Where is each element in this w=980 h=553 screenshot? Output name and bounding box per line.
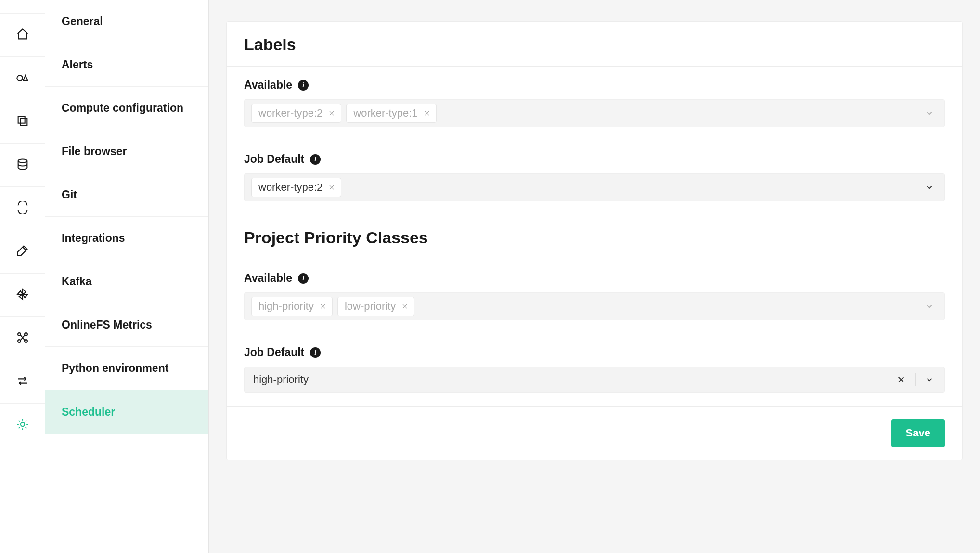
chip-remove-icon[interactable] — [327, 183, 336, 192]
chevron-down-icon[interactable] — [924, 182, 935, 193]
select-controls — [924, 182, 938, 193]
home-icon — [16, 27, 29, 43]
sidebar-item-general[interactable]: General — [45, 0, 208, 43]
sidebar-item-label: Python environment — [62, 362, 168, 375]
chip-label: low-priority — [345, 300, 396, 313]
rail-swap[interactable] — [0, 360, 45, 404]
main-content: Labels Available i worker-type:2 worker-… — [209, 0, 980, 553]
priority-available-label: Available — [244, 272, 292, 285]
chip: low-priority — [337, 297, 414, 316]
labels-section-title: Labels — [227, 22, 962, 67]
chip-label: high-priority — [258, 300, 314, 313]
chevron-down-icon[interactable] — [924, 374, 935, 385]
labels-available-label-row: Available i — [244, 79, 945, 92]
chip: worker-type:2 — [251, 178, 341, 197]
database-icon — [16, 158, 29, 173]
chip-remove-icon[interactable] — [400, 302, 409, 311]
sidebar-item-label: Alerts — [62, 58, 93, 71]
labels-job-default-block: Job Default i worker-type:2 — [227, 141, 962, 215]
sidebar-item-label: Integrations — [62, 232, 125, 245]
rail-pinwheel[interactable] — [0, 274, 45, 317]
sidebar-item-label: Scheduler — [62, 406, 115, 419]
sidebar-item-label: General — [62, 15, 103, 28]
sidebar-item-label: Git — [62, 188, 77, 201]
rail-database[interactable] — [0, 144, 45, 187]
rail-home[interactable] — [0, 13, 45, 57]
sidebar-item-compute-configuration[interactable]: Compute configuration — [45, 87, 208, 130]
shapes-icon — [16, 71, 29, 86]
labels-job-default-label: Job Default — [244, 153, 304, 166]
svg-point-8 — [20, 422, 24, 426]
save-button[interactable]: Save — [891, 419, 945, 447]
labels-job-default-label-row: Job Default i — [244, 153, 945, 166]
priority-job-default-label-row: Job Default i — [244, 346, 945, 359]
rail-axe[interactable] — [0, 230, 45, 274]
labels-available-select[interactable]: worker-type:2 worker-type:1 — [244, 99, 945, 127]
sidebar-item-python-environment[interactable]: Python environment — [45, 347, 208, 390]
sidebar-item-label: File browser — [62, 145, 127, 158]
chip-remove-icon[interactable] — [423, 109, 431, 118]
chip-remove-icon[interactable] — [327, 109, 336, 118]
priority-section-title: Project Priority Classes — [227, 215, 962, 260]
axe-icon — [16, 244, 29, 260]
svg-point-3 — [18, 159, 27, 162]
clear-icon[interactable] — [896, 374, 906, 385]
rail-shapes[interactable] — [0, 57, 45, 100]
labels-available-label: Available — [244, 79, 292, 92]
chevron-down-icon[interactable] — [924, 301, 935, 312]
chip-label: worker-type:2 — [258, 181, 322, 194]
chip: worker-type:1 — [346, 104, 436, 123]
swap-icon — [16, 374, 29, 390]
info-icon[interactable]: i — [298, 80, 309, 91]
sidebar-item-kafka[interactable]: Kafka — [45, 260, 208, 303]
sidebar-item-git[interactable]: Git — [45, 173, 208, 217]
footer-bar: Save — [227, 407, 962, 460]
rail-network[interactable] — [0, 317, 45, 360]
info-icon[interactable]: i — [310, 154, 321, 165]
copy-icon — [16, 114, 29, 130]
chip: high-priority — [251, 297, 333, 316]
select-value: high-priority — [251, 373, 891, 386]
chip-label: worker-type:2 — [258, 107, 322, 119]
chip-label: worker-type:1 — [353, 107, 417, 119]
info-icon[interactable]: i — [310, 347, 321, 358]
sidebar: General Alerts Compute configuration Fil… — [45, 0, 209, 553]
priority-job-default-select[interactable]: high-priority — [244, 367, 945, 393]
sidebar-item-integrations[interactable]: Integrations — [45, 217, 208, 260]
sync-icon — [16, 201, 29, 216]
divider — [915, 373, 916, 386]
labels-available-block: Available i worker-type:2 worker-type:1 — [227, 67, 962, 141]
svg-rect-2 — [20, 118, 27, 125]
settings-card: Labels Available i worker-type:2 worker-… — [226, 21, 963, 460]
sidebar-item-onlinefs-metrics[interactable]: OnlineFS Metrics — [45, 303, 208, 347]
labels-job-default-select[interactable]: worker-type:2 — [244, 173, 945, 201]
rail-sync[interactable] — [0, 187, 45, 230]
sidebar-item-file-browser[interactable]: File browser — [45, 130, 208, 173]
chip: worker-type:2 — [251, 104, 341, 123]
svg-point-0 — [17, 75, 23, 81]
info-icon[interactable]: i — [298, 273, 309, 284]
pinwheel-icon — [16, 288, 29, 303]
chip-wrap: high-priority low-priority — [251, 297, 919, 316]
gear-icon — [16, 418, 29, 433]
sidebar-item-scheduler[interactable]: Scheduler — [45, 390, 208, 434]
select-controls — [924, 108, 938, 118]
chip-wrap: worker-type:2 — [251, 178, 919, 197]
rail-gear[interactable] — [0, 404, 45, 447]
select-controls — [896, 373, 938, 386]
network-icon — [16, 331, 29, 346]
chip-wrap: worker-type:2 worker-type:1 — [251, 104, 919, 123]
priority-available-label-row: Available i — [244, 272, 945, 285]
rail-copy[interactable] — [0, 100, 45, 144]
svg-rect-1 — [18, 116, 25, 123]
sidebar-item-label: Compute configuration — [62, 102, 183, 115]
icon-rail — [0, 0, 45, 553]
sidebar-item-label: OnlineFS Metrics — [62, 318, 152, 331]
sidebar-item-label: Kafka — [62, 275, 92, 288]
chip-remove-icon[interactable] — [319, 302, 327, 311]
priority-job-default-label: Job Default — [244, 346, 304, 359]
priority-available-block: Available i high-priority low-priority — [227, 260, 962, 334]
chevron-down-icon[interactable] — [924, 108, 935, 118]
sidebar-item-alerts[interactable]: Alerts — [45, 43, 208, 87]
priority-available-select[interactable]: high-priority low-priority — [244, 292, 945, 320]
